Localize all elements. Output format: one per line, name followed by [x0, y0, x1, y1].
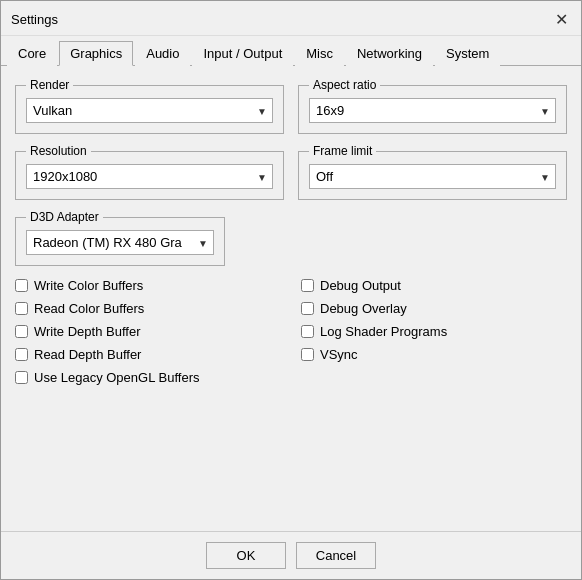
checkbox-read-depth-buffer-label: Read Depth Buffer: [34, 347, 141, 362]
d3d-adapter-select[interactable]: Radeon (TM) RX 480 Gra Intel HD Graphics: [26, 230, 214, 255]
d3d-adapter-group: D3D Adapter Radeon (TM) RX 480 Gra Intel…: [15, 210, 225, 266]
checkboxes-right: Debug Output Debug Overlay Log Shader Pr…: [301, 278, 567, 385]
row-render-aspect: Render Vulkan OpenGL DirectX 12 ▼ Aspect…: [15, 78, 567, 134]
checkbox-log-shader-programs[interactable]: Log Shader Programs: [301, 324, 567, 339]
aspect-ratio-group: Aspect ratio 16x9 4:3 Auto ▼: [298, 78, 567, 134]
aspect-ratio-select[interactable]: 16x9 4:3 Auto: [309, 98, 556, 123]
checkbox-debug-output-label: Debug Output: [320, 278, 401, 293]
checkbox-use-legacy-opengl-buffers-label: Use Legacy OpenGL Buffers: [34, 370, 199, 385]
frame-limit-legend: Frame limit: [309, 144, 376, 158]
render-select-wrapper: Vulkan OpenGL DirectX 12 ▼: [26, 98, 273, 123]
window-title: Settings: [11, 12, 58, 27]
settings-window: Settings ✕ Core Graphics Audio Input / O…: [0, 0, 582, 580]
checkbox-write-depth-buffer-input[interactable]: [15, 325, 28, 338]
aspect-ratio-select-wrapper: 16x9 4:3 Auto ▼: [309, 98, 556, 123]
checkbox-write-color-buffers-input[interactable]: [15, 279, 28, 292]
ok-button[interactable]: OK: [206, 542, 286, 569]
checkbox-read-color-buffers[interactable]: Read Color Buffers: [15, 301, 281, 316]
checkbox-vsync-input[interactable]: [301, 348, 314, 361]
tab-system[interactable]: System: [435, 41, 500, 66]
frame-limit-select[interactable]: Off 30 60 120: [309, 164, 556, 189]
title-bar: Settings ✕: [1, 1, 581, 36]
render-legend: Render: [26, 78, 73, 92]
checkbox-write-color-buffers[interactable]: Write Color Buffers: [15, 278, 281, 293]
checkbox-write-depth-buffer[interactable]: Write Depth Buffer: [15, 324, 281, 339]
cancel-button[interactable]: Cancel: [296, 542, 376, 569]
row-resolution-framelimit: Resolution 1920x1080 1280x720 2560x1440 …: [15, 144, 567, 200]
render-group: Render Vulkan OpenGL DirectX 12 ▼: [15, 78, 284, 134]
checkbox-vsync[interactable]: VSync: [301, 347, 567, 362]
tab-audio[interactable]: Audio: [135, 41, 190, 66]
checkbox-read-depth-buffer[interactable]: Read Depth Buffer: [15, 347, 281, 362]
checkbox-debug-output[interactable]: Debug Output: [301, 278, 567, 293]
close-button[interactable]: ✕: [551, 9, 571, 29]
checkbox-debug-overlay[interactable]: Debug Overlay: [301, 301, 567, 316]
frame-limit-group: Frame limit Off 30 60 120 ▼: [298, 144, 567, 200]
tab-bar: Core Graphics Audio Input / Output Misc …: [1, 36, 581, 66]
checkbox-read-depth-buffer-input[interactable]: [15, 348, 28, 361]
tab-networking[interactable]: Networking: [346, 41, 433, 66]
checkbox-write-depth-buffer-label: Write Depth Buffer: [34, 324, 140, 339]
checkbox-write-color-buffers-label: Write Color Buffers: [34, 278, 143, 293]
checkbox-debug-output-input[interactable]: [301, 279, 314, 292]
tab-graphics[interactable]: Graphics: [59, 41, 133, 66]
resolution-select[interactable]: 1920x1080 1280x720 2560x1440: [26, 164, 273, 189]
frame-limit-select-wrapper: Off 30 60 120 ▼: [309, 164, 556, 189]
aspect-ratio-legend: Aspect ratio: [309, 78, 380, 92]
resolution-select-wrapper: 1920x1080 1280x720 2560x1440 ▼: [26, 164, 273, 189]
checkbox-debug-overlay-input[interactable]: [301, 302, 314, 315]
render-select[interactable]: Vulkan OpenGL DirectX 12: [26, 98, 273, 123]
checkbox-vsync-label: VSync: [320, 347, 358, 362]
checkboxes-left: Write Color Buffers Read Color Buffers W…: [15, 278, 281, 385]
tab-core[interactable]: Core: [7, 41, 57, 66]
checkbox-read-color-buffers-input[interactable]: [15, 302, 28, 315]
checkbox-use-legacy-opengl-buffers-input[interactable]: [15, 371, 28, 384]
checkbox-debug-overlay-label: Debug Overlay: [320, 301, 407, 316]
checkbox-read-color-buffers-label: Read Color Buffers: [34, 301, 144, 316]
d3d-adapter-legend: D3D Adapter: [26, 210, 103, 224]
tab-input-output[interactable]: Input / Output: [192, 41, 293, 66]
tab-misc[interactable]: Misc: [295, 41, 344, 66]
content-area: Render Vulkan OpenGL DirectX 12 ▼ Aspect…: [1, 66, 581, 531]
footer: OK Cancel: [1, 531, 581, 579]
d3d-adapter-select-wrapper: Radeon (TM) RX 480 Gra Intel HD Graphics…: [26, 230, 214, 255]
checkboxes-container: Write Color Buffers Read Color Buffers W…: [15, 278, 567, 385]
checkbox-use-legacy-opengl-buffers[interactable]: Use Legacy OpenGL Buffers: [15, 370, 281, 385]
checkbox-log-shader-programs-label: Log Shader Programs: [320, 324, 447, 339]
resolution-group: Resolution 1920x1080 1280x720 2560x1440 …: [15, 144, 284, 200]
checkbox-log-shader-programs-input[interactable]: [301, 325, 314, 338]
resolution-legend: Resolution: [26, 144, 91, 158]
